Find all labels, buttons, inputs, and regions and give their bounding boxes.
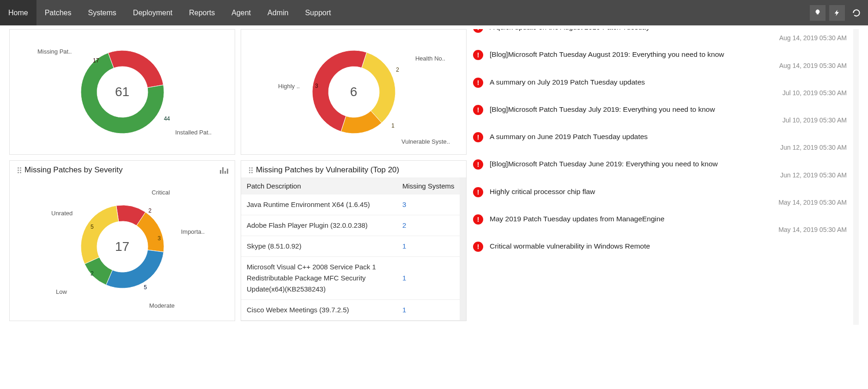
feed-item[interactable]: ! [Blog]Microsoft Patch Tuesday July 201… (473, 99, 847, 127)
feed-date: Jul 10, 2019 05:30 AM (490, 116, 847, 124)
feed-item[interactable]: ! [Blog]Microsoft Patch Tuesday August 2… (473, 44, 847, 72)
table-row[interactable]: Skype (8.51.0.92)1 (241, 236, 466, 257)
feed-title: Highly critical processor chip flaw (490, 186, 847, 197)
table-row[interactable]: Cisco Webex Meetings (39.7.2.5)1 (241, 300, 466, 321)
alert-icon: ! (473, 159, 483, 170)
nav-systems[interactable]: Systems (80, 0, 125, 25)
vuln-title: Missing Patches by Vulnerability (Top 20… (256, 165, 399, 175)
alert-icon: ! (473, 105, 483, 115)
drag-handle-icon[interactable] (247, 167, 252, 173)
missing-count[interactable]: 2 (397, 215, 466, 236)
patch-status-chart: 61Missing Pat..Installed Pat..1744 (10, 30, 235, 154)
feed-date: Jun 12, 2019 05:30 AM (490, 171, 847, 179)
bar-chart-icon[interactable] (220, 166, 229, 174)
alert-icon: ! (473, 78, 483, 88)
feed-item[interactable]: ! May 2019 Patch Tuesday updates from Ma… (473, 209, 847, 236)
feed-date: May 14, 2019 05:30 AM (490, 199, 847, 206)
nav-icons (810, 5, 864, 21)
feed-date: Jul 10, 2019 05:30 AM (490, 89, 847, 97)
feed-date: Aug 14, 2019 05:30 AM (490, 34, 847, 42)
patch-desc: Java Runtime Environment X64 (1.6.45) (241, 194, 397, 215)
feed-item[interactable]: ! [Blog]Microsoft Patch Tuesday June 201… (473, 154, 847, 181)
feed-title: [Blog]Microsoft Patch Tuesday August 201… (490, 49, 847, 60)
nav-agent[interactable]: Agent (223, 0, 259, 25)
patch-desc: Microsoft Visual C++ 2008 Service Pack 1… (241, 257, 397, 300)
scrollbar[interactable] (460, 177, 466, 321)
patch-status-card: 61Missing Pat..Installed Pat..1744 (9, 29, 235, 155)
nav-items: HomePatchesSystemsDeploymentReportsAgent… (0, 0, 339, 25)
news-feed[interactable]: ! A quick update on the August 2019 Patc… (473, 29, 847, 325)
feed-date: May 14, 2019 05:30 AM (490, 226, 847, 233)
table-row[interactable]: Java Runtime Environment X64 (1.6.45)3 (241, 194, 466, 215)
lightning-icon[interactable] (829, 5, 845, 21)
severity-card: Missing Patches by Severity 17CriticalIm… (9, 160, 235, 321)
nav-support[interactable]: Support (297, 0, 339, 25)
col-missing[interactable]: Missing Systems (397, 177, 466, 194)
missing-count[interactable]: 1 (397, 236, 466, 257)
alert-icon: ! (473, 50, 483, 60)
feed-title: May 2019 Patch Tuesday updates from Mana… (490, 213, 847, 224)
feed-title: Critical wormable vulnerability in Windo… (490, 241, 847, 251)
patch-desc: Cisco Webex Meetings (39.7.2.5) (241, 300, 397, 321)
vuln-table: Patch Description Missing Systems Java R… (241, 177, 466, 321)
feed-title: A quick update on the August 2019 Patch … (490, 29, 847, 32)
missing-count[interactable]: 1 (397, 300, 466, 321)
top-nav: HomePatchesSystemsDeploymentReportsAgent… (0, 0, 868, 25)
feed-date: Jun 12, 2019 05:30 AM (490, 144, 847, 151)
feed-title: A summary on June 2019 Patch Tuesday upd… (490, 131, 847, 142)
patch-desc: Skype (8.51.0.92) (241, 236, 397, 257)
feed-item[interactable]: ! A summary on June 2019 Patch Tuesday u… (473, 127, 847, 154)
drag-handle-icon[interactable] (15, 167, 21, 173)
nav-reports[interactable]: Reports (181, 0, 223, 25)
missing-count[interactable]: 1 (397, 257, 466, 300)
nav-admin[interactable]: Admin (259, 0, 297, 25)
feed-date: Aug 14, 2019 05:30 AM (490, 62, 847, 69)
nav-patches[interactable]: Patches (36, 0, 80, 25)
table-row[interactable]: Microsoft Visual C++ 2008 Service Pack 1… (241, 257, 466, 300)
nav-home[interactable]: Home (0, 0, 36, 25)
page-scrollbar[interactable] (853, 29, 859, 325)
patch-desc: Adobe Flash Player Plugin (32.0.0.238) (241, 215, 397, 236)
feed-item[interactable]: ! A summary on July 2019 Patch Tuesday u… (473, 72, 847, 99)
col-desc[interactable]: Patch Description (241, 177, 397, 194)
feed-title: [Blog]Microsoft Patch Tuesday July 2019:… (490, 104, 847, 115)
feed-title: A summary on July 2019 Patch Tuesday upd… (490, 77, 847, 87)
vulnerability-card: Missing Patches by Vulnerability (Top 20… (241, 160, 467, 321)
nav-deployment[interactable]: Deployment (125, 0, 181, 25)
severity-title: Missing Patches by Severity (24, 165, 123, 175)
table-row[interactable]: Adobe Flash Player Plugin (32.0.0.238)2 (241, 215, 466, 236)
refresh-icon[interactable] (849, 5, 864, 21)
alert-icon: ! (473, 214, 483, 225)
alert-icon: ! (473, 187, 483, 197)
feed-item[interactable]: ! A quick update on the August 2019 Patc… (473, 29, 847, 44)
severity-chart: 17CriticalImporta..ModerateLowUnrated235… (10, 177, 235, 316)
missing-count[interactable]: 3 (397, 194, 466, 215)
system-health-chart: 6Highly ..Health No..Vulnerable Syste..3… (241, 30, 466, 154)
alert-icon: ! (473, 242, 483, 252)
alert-icon: ! (473, 132, 483, 142)
feed-title: [Blog]Microsoft Patch Tuesday June 2019:… (490, 158, 847, 169)
feed-item[interactable]: ! Highly critical processor chip flaw Ma… (473, 182, 847, 209)
rocket-icon[interactable] (810, 5, 826, 21)
feed-item[interactable]: ! Critical wormable vulnerability in Win… (473, 236, 847, 255)
system-health-card: 6Highly ..Health No..Vulnerable Syste..3… (241, 29, 467, 155)
alert-icon: ! (473, 29, 483, 33)
